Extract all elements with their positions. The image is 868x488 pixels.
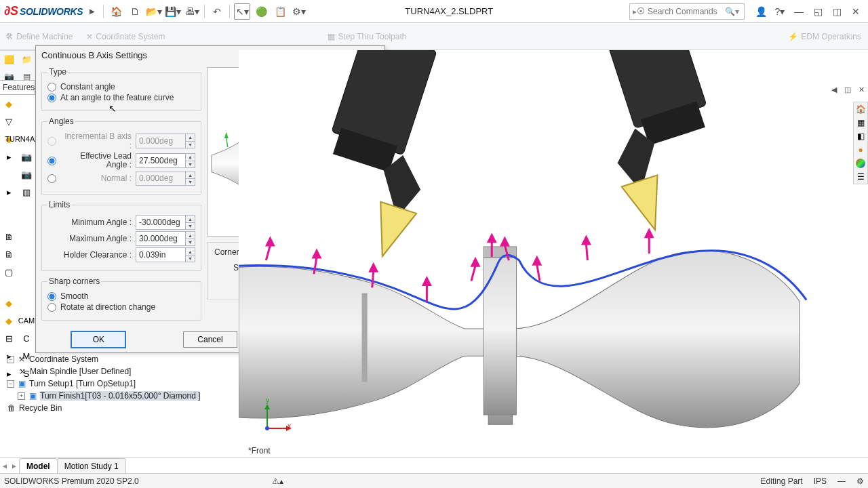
radio-effective-lead[interactable] bbox=[47, 157, 56, 165]
svg-marker-51 bbox=[264, 404, 270, 409]
user-icon[interactable]: 👤 bbox=[753, 3, 769, 20]
radio-smooth[interactable] bbox=[47, 292, 56, 301]
taskpane-prev-icon[interactable]: ◀ bbox=[829, 84, 840, 95]
search-input[interactable] bbox=[648, 7, 722, 16]
search-magnifier-icon[interactable]: 🔍▾ bbox=[725, 7, 739, 16]
restore-icon[interactable]: ◱ bbox=[810, 3, 826, 20]
rtb-home-icon[interactable]: 🏠 bbox=[854, 102, 867, 116]
tree-recycle-bin[interactable]: Recycle Bin bbox=[19, 403, 62, 413]
rebuild-icon[interactable]: 🟢 bbox=[253, 3, 269, 20]
radio-angle-to-curve[interactable] bbox=[47, 94, 56, 102]
doc2-icon[interactable]: 🗎 bbox=[0, 245, 18, 263]
close-icon[interactable]: ✕ bbox=[848, 3, 864, 20]
doc3-icon[interactable]: ▢ bbox=[0, 263, 18, 281]
svg-marker-25 bbox=[370, 264, 377, 271]
print-icon[interactable]: 🖶▾ bbox=[184, 3, 200, 20]
ok-button[interactable]: OK bbox=[71, 331, 125, 348]
svg-marker-27 bbox=[423, 278, 430, 285]
taskpane-header: ◀ ◫ ✕ bbox=[826, 81, 867, 98]
exp2-icon[interactable]: ▸ bbox=[0, 183, 18, 201]
tree-coord-system[interactable]: Coordinate System bbox=[29, 354, 98, 364]
min-angle-spinner[interactable]: ▲▼ bbox=[186, 215, 195, 230]
exp-icon[interactable]: ▸ bbox=[0, 148, 18, 165]
tabs-prev-icon[interactable]: ◄ bbox=[0, 458, 9, 473]
type-angle-curve-row[interactable]: At an angle to the feature curve bbox=[47, 93, 195, 102]
max-angle-spinner[interactable]: ▲▼ bbox=[186, 231, 195, 246]
radio-constant-angle[interactable] bbox=[47, 83, 56, 92]
view-triad bbox=[259, 403, 293, 439]
camera2-icon[interactable]: 📷 bbox=[18, 165, 35, 183]
tree-exp-c-icon[interactable]: ⊟ bbox=[0, 329, 18, 347]
holder-clearance-input[interactable] bbox=[136, 247, 186, 262]
new-doc-icon[interactable]: 🗋 bbox=[127, 3, 143, 20]
filter-icon[interactable]: ▽ bbox=[0, 113, 18, 130]
svg-marker-47 bbox=[622, 175, 673, 235]
cam-manager-icon[interactable]: ◆ bbox=[0, 95, 18, 113]
taskpane-close-icon[interactable]: ✕ bbox=[856, 84, 867, 95]
max-angle-input[interactable] bbox=[136, 231, 186, 246]
doc1-icon[interactable]: 🗎 bbox=[0, 228, 18, 245]
feature-tree-tab-icon[interactable]: 🟨 bbox=[0, 51, 18, 68]
minimize-icon[interactable]: — bbox=[791, 3, 807, 20]
incremental-b-label: Incremental B axis : bbox=[60, 131, 132, 150]
rtb-resources-icon[interactable]: ▦ bbox=[854, 116, 867, 129]
rtb-appearance-icon[interactable]: ● bbox=[854, 143, 867, 157]
radio-constant-label: Constant angle bbox=[60, 82, 115, 92]
svg-marker-31 bbox=[488, 235, 495, 242]
status-warning-icon[interactable]: ⚠▴ bbox=[272, 476, 283, 486]
coordinate-system-button[interactable]: ⤧Coordinate System bbox=[86, 32, 165, 41]
options-gear-icon[interactable]: ⚙▾ bbox=[291, 3, 307, 20]
restore2-icon[interactable]: ◫ bbox=[829, 3, 845, 20]
sharp-corners-group: Sharp corners Smooth Rotate at direction… bbox=[41, 277, 201, 321]
folder-icon[interactable]: ▥ bbox=[18, 183, 35, 201]
sharp-legend: Sharp corners bbox=[47, 277, 101, 286]
step-thru-toolpath-button[interactable]: ▦Step Thru Toolpath bbox=[328, 32, 406, 41]
cam-feature-tree[interactable]: −⤧Coordinate System ⤧Main Spindle [User … bbox=[5, 353, 239, 414]
expand-chevron-icon[interactable]: ▶ bbox=[85, 7, 99, 15]
select-cursor-icon[interactable]: ↖▾ bbox=[234, 3, 250, 20]
min-angle-label: Minimum Angle : bbox=[47, 218, 132, 227]
tree-collapse-icon[interactable]: − bbox=[7, 356, 14, 363]
effective-lead-spinner[interactable]: ▲▼ bbox=[186, 153, 195, 168]
define-machine-button[interactable]: 🛠Define Machine bbox=[5, 32, 73, 41]
status-dash: — bbox=[837, 476, 846, 486]
tree-expand-icon[interactable]: + bbox=[18, 392, 25, 400]
title-bar: ∂S SOLIDWORKS ▶ 🏠 🗋 📂▾ 💾▾ 🖶▾ ↶ ↖▾ 🟢 📋 ⚙▾… bbox=[0, 0, 868, 23]
open-icon[interactable]: 📂▾ bbox=[146, 3, 162, 20]
undo-icon[interactable]: ↶ bbox=[209, 3, 225, 20]
rtb-view-icon[interactable]: ◧ bbox=[854, 129, 867, 143]
home-icon[interactable]: 🏠 bbox=[108, 3, 124, 20]
cam-root-icon[interactable]: ◆ bbox=[0, 294, 18, 312]
edm-ops-button[interactable]: ⚡EDM Operations bbox=[788, 32, 861, 41]
camera-icon[interactable]: 📷 bbox=[18, 148, 35, 165]
doc-properties-icon[interactable]: 📋 bbox=[272, 3, 288, 20]
effective-lead-input[interactable] bbox=[136, 153, 186, 168]
cancel-button[interactable]: Cancel bbox=[183, 331, 237, 348]
tabs-next-icon[interactable]: ► bbox=[9, 458, 19, 473]
type-constant-row[interactable]: Constant angle bbox=[47, 82, 195, 92]
svg-rect-17 bbox=[362, 293, 368, 382]
tree-main-spindle[interactable]: Main Spindle [User Defined] bbox=[30, 367, 131, 376]
save-icon[interactable]: 💾▾ bbox=[165, 3, 181, 20]
rtb-properties-icon[interactable]: ☰ bbox=[854, 170, 867, 184]
tab-model[interactable]: Model bbox=[19, 458, 58, 473]
tree-turn-setup[interactable]: Turn Setup1 [Turn OpSetup1] bbox=[29, 379, 136, 388]
tree-collapse-icon2[interactable]: − bbox=[7, 380, 14, 388]
status-gear-icon[interactable]: ⚙ bbox=[856, 476, 864, 486]
tree-turn-finish[interactable]: Turn Finish1[T03 - 0.016x55.000° Diamond… bbox=[40, 391, 200, 401]
tab-motion-study[interactable]: Motion Study 1 bbox=[57, 458, 126, 473]
rtb-custom-icon[interactable] bbox=[856, 159, 865, 168]
app-name: SOLIDWORKS bbox=[20, 6, 83, 17]
features-tab[interactable]: Features bbox=[0, 80, 35, 95]
status-units[interactable]: IPS bbox=[814, 476, 827, 486]
radio-normal[interactable] bbox=[47, 174, 56, 183]
property-manager-tab-icon[interactable]: 📁 bbox=[18, 51, 35, 68]
radio-rotate-change[interactable] bbox=[47, 303, 56, 312]
help-icon[interactable]: ?▾ bbox=[772, 3, 788, 20]
command-search[interactable]: ▸⦿ 🔍▾ bbox=[629, 3, 745, 20]
radio-incremental-b bbox=[47, 137, 56, 146]
holder-clearance-spinner[interactable]: ▲▼ bbox=[186, 247, 195, 262]
min-angle-input[interactable] bbox=[136, 215, 186, 230]
graphics-viewport[interactable] bbox=[239, 50, 868, 457]
taskpane-restore-icon[interactable]: ◫ bbox=[842, 84, 853, 95]
